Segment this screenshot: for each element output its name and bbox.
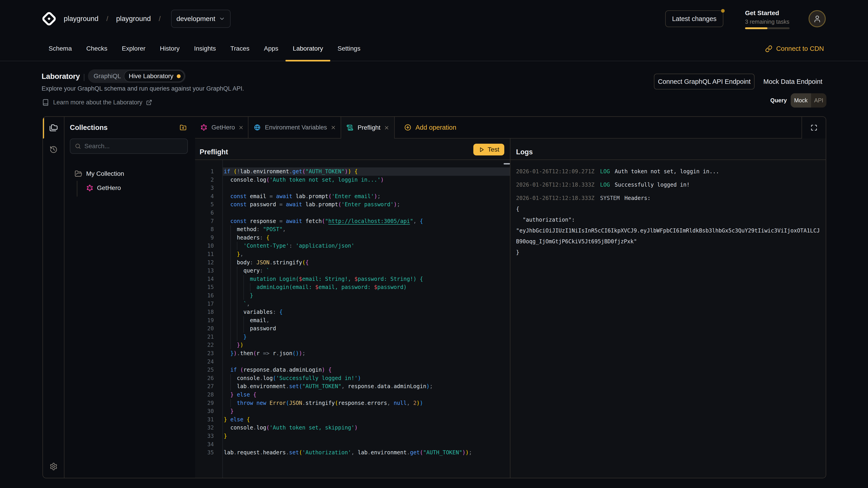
code-line: [223, 184, 510, 192]
code-token: adminLogin: [289, 367, 322, 373]
new-collection-button[interactable]: [180, 124, 186, 131]
code-token: }: [237, 342, 240, 348]
code-token: ": [325, 218, 328, 224]
code-line: } else {: [223, 416, 510, 424]
fullscreen-button[interactable]: [802, 117, 826, 138]
indent-guide: [230, 258, 231, 267]
nav-item-explorer[interactable]: Explorer: [115, 37, 153, 60]
code-token: ): [416, 400, 420, 406]
line-number: 9: [195, 234, 214, 242]
collections-title: Collections: [70, 117, 107, 138]
nav-item-apps[interactable]: Apps: [257, 37, 286, 60]
nav-item-traces[interactable]: Traces: [223, 37, 257, 60]
collections-rail-button[interactable]: [49, 123, 58, 132]
log-entry: 2026-01-26T12:12:09.271ZLOGAuth token no…: [516, 166, 822, 177]
learn-more-link[interactable]: Learn more about the Laboratory: [42, 99, 152, 106]
code-token: .: [253, 177, 256, 183]
preflight-code-editor[interactable]: 1234567891011121314151617181920212223242…: [195, 160, 510, 478]
breadcrumb-org[interactable]: playground: [64, 15, 98, 23]
code-token: environment: [371, 449, 407, 456]
test-button[interactable]: Test: [473, 144, 504, 156]
line-number: 20: [195, 324, 214, 333]
user-menu-button[interactable]: [809, 10, 826, 27]
code-line: },: [223, 250, 510, 258]
code-token: ": [410, 218, 413, 224]
mock-endpoint-button[interactable]: Mock Data Endpoint: [763, 74, 822, 90]
hive-logo[interactable]: [41, 11, 57, 26]
endpoint-option-api[interactable]: API: [811, 93, 827, 107]
close-icon[interactable]: [331, 125, 336, 130]
code-token: .: [407, 449, 410, 456]
breadcrumb-separator: /: [159, 15, 160, 23]
settings-rail-button[interactable]: [49, 462, 58, 471]
line-number: 16: [195, 291, 214, 300]
indent-guide: [243, 291, 244, 300]
code-token: environment: [250, 383, 286, 390]
title-separator: [84, 74, 84, 81]
editor-logs-divider[interactable]: [510, 138, 510, 478]
indent-guide: [237, 333, 237, 341]
code-token: [410, 400, 413, 406]
operation-item-gethero[interactable]: GetHero: [86, 184, 121, 192]
code-token: [263, 234, 266, 241]
nav-item-checks[interactable]: Checks: [79, 37, 115, 60]
log-level: SYSTEM: [600, 195, 620, 201]
code-token: (: [299, 449, 302, 456]
close-icon[interactable]: [384, 125, 390, 131]
search-input[interactable]: [84, 142, 183, 150]
connect-endpoint-button[interactable]: Connect GraphQL API Endpoint: [654, 74, 754, 90]
endpoint-option-mock[interactable]: Mock: [791, 93, 811, 107]
tab-environment-variables[interactable]: Environment Variables: [248, 117, 341, 138]
tab-preflight[interactable]: Preflight: [341, 117, 395, 138]
tab-gethero[interactable]: GetHero: [195, 117, 248, 138]
nav-item-schema[interactable]: Schema: [41, 37, 79, 60]
log-json-payload: { "authorization": "eyJhbGciOiJIUzI1NiIs…: [516, 203, 822, 258]
get-started-widget[interactable]: Get Started 3 remaining tasks: [745, 9, 789, 29]
code-token: ): [374, 193, 377, 199]
page-description: Explore your GraphQL schema and run quer…: [41, 85, 244, 92]
code-token: {: [328, 367, 331, 373]
breadcrumb-project[interactable]: playground: [116, 15, 151, 23]
add-operation-button[interactable]: Add operation: [404, 117, 456, 138]
target-selector[interactable]: development: [171, 10, 231, 28]
line-number: 18: [195, 308, 214, 316]
nav-item-history[interactable]: History: [153, 37, 187, 60]
laboratory-panel: Collections My Collection GetHero GetHer…: [42, 116, 826, 478]
indent-guide: [237, 316, 237, 325]
mode-option-label: Hive Laboratory: [129, 72, 174, 80]
code-token: [273, 193, 276, 199]
code-token: (: [266, 177, 270, 183]
code-token: [253, 259, 256, 266]
nav-item-laboratory[interactable]: Laboratory: [285, 37, 330, 60]
code-line: const email = await lab.prompt('Enter em…: [223, 192, 510, 201]
code-token: 'Enter password': [341, 201, 394, 207]
code-token: set: [289, 383, 299, 390]
code-token: ,: [341, 383, 344, 390]
endpoint-toggle: Mock API: [791, 93, 827, 107]
code-token: environment: [253, 168, 289, 175]
close-icon[interactable]: [238, 125, 244, 130]
collection-folder[interactable]: My Collection: [74, 170, 124, 177]
code-token: {: [253, 392, 256, 398]
code-token: ;: [302, 350, 305, 357]
connect-to-cdn-link[interactable]: Connect to CDN: [765, 37, 824, 60]
mode-option-graphiql[interactable]: GraphiQL: [88, 72, 124, 80]
code-token: lab: [224, 449, 234, 456]
code-token: .: [315, 201, 318, 207]
code-token: {: [354, 168, 358, 175]
line-number: 25: [195, 366, 214, 374]
indent-guide: [230, 275, 231, 283]
nav-item-settings[interactable]: Settings: [330, 37, 368, 60]
code-line: }: [223, 291, 510, 300]
code-token: {: [279, 309, 283, 315]
nav-item-insights[interactable]: Insights: [187, 37, 223, 60]
mode-option-hive-laboratory[interactable]: Hive Laboratory: [124, 70, 184, 82]
code-token: r: [270, 350, 276, 357]
history-rail-button[interactable]: [49, 145, 58, 154]
code-token: ): [381, 177, 384, 183]
nav-item-label: History: [160, 45, 180, 52]
collections-search[interactable]: [70, 138, 188, 154]
notification-dot: [721, 9, 725, 13]
latest-changes-button[interactable]: Latest changes: [665, 10, 723, 27]
code-token: .: [270, 367, 273, 373]
